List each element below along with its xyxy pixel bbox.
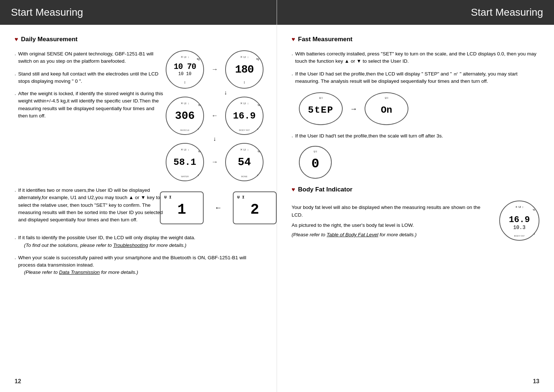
daily-measurement-title: ♥ Daily Measurement [15,36,262,43]
right-content: ♥ Fast Measurement · With batteries corr… [277,25,554,371]
ui-label-1: ✕ UI ↕ [181,55,189,59]
bullet-user-id: · If it identifies two or more users,the… [15,187,167,224]
arrow-indicator-3: ↕ [197,127,199,131]
bullet-dot-2: · [15,71,16,85]
left-footer: 12 [0,371,277,392]
heart-icon-fast: ♥ [292,36,295,43]
bullet-bluetooth: · When your scale is successfully paired… [15,254,262,276]
user-id-section: · If it identifies two or more users,the… [15,187,262,229]
body-fat-text-1: Your body fat level will also be display… [292,204,492,219]
display-number-3: 306 [175,110,195,122]
body-fat-title: ♥ Body Fat Indicator [292,186,539,193]
display-number-4: 16.9 [233,110,255,121]
fast-bullet-text-3: If the User ID had't set the profile,the… [295,132,539,140]
zero-display: U I 0 [299,146,332,179]
ui-label-4: ✕ UI ↕ [240,102,249,105]
display-number-1: 10 70 [174,62,196,71]
bullet-dot-fail: · [15,235,16,249]
arrow-indicator-1: ↕ [184,80,186,84]
fast-bullet-3: · If the User ID had't set the profile,t… [292,132,539,140]
scale-display-3: ✕ UI ↕ % 306 MUSCLE ↕ [166,97,204,135]
bullet-text-1: With original SENSE ON patent technology… [18,50,163,65]
heart-icon-bf: ♥ [292,186,295,193]
arrow-down-1: ↓ [220,89,227,96]
arrow-right-step: → [350,105,357,113]
right-page-number: 13 [533,378,539,384]
fast-bullet-text-1: With batteries correctly installed, pres… [295,50,539,65]
diagram-pair-2: ✕ UI ↕ % 306 MUSCLE ↕ ← [166,97,263,135]
fast-measurement-label: Fast Measurement [298,36,353,43]
kg-unit-2: kg [257,58,259,60]
bullet-dot-bt: · [15,255,16,276]
arrow-down-2: ↓ [213,136,216,142]
daily-measurement-label: Daily Measurement [21,36,78,43]
bullet-fail: · If it fails to identify the possible U… [15,234,262,249]
bullet-dot-uid: · [15,187,16,224]
on-ui-label: U I [385,97,388,99]
italic-note-troubleshoot: (To find out the solutions, please refer… [24,242,195,249]
scale-inner-5: 58.1 [173,157,196,168]
bullet-dot-3: · [15,91,16,120]
bullet-text-fail: If it fails to identify the possible Use… [18,235,195,240]
body-fat-display: ✕ UI ↕ % 16.9 10.3 BODY FAT ↕ [499,201,539,241]
scale-inner-2: 180 [235,63,254,76]
diagram-pair-3: ✕ UI ↕ % 58.1 WATER ↕ → [166,143,263,181]
user-display-u1: U I 1 [160,191,204,224]
left-header: Start Measuring [0,0,277,25]
body-fat-text-area: Your body fat level will also be display… [292,204,492,237]
right-title: Start Measuring [471,7,543,18]
bullet-2: · Stand still and keep full contact with… [15,70,163,85]
display-number-6: 54 [238,156,251,168]
u1-number: 1 [177,202,186,218]
body-fat-italic: (Please refer to Table of Body Fat Level… [292,232,492,237]
display-sub-1: 10 10 [178,71,191,77]
u1-ui-label: U I [164,195,172,199]
scale-display-4: ✕ UI ↕ % 16.9 BODY FAT ↕ [225,97,263,135]
arrow-left-1: ← [211,112,218,120]
arrow-indicator-2: ↕ [243,80,245,84]
scale-display-2: ✕ UI ↕ kg 180 ↕ [225,50,263,89]
data-transmission-link[interactable]: Data Transmission [59,269,100,275]
scale-inner-6: 54 [238,156,251,168]
display-number-5: 58.1 [173,157,196,168]
display-number-2: 180 [235,63,254,76]
diagram-area-top: ✕ UI ↕ kg 10 70 10 10 ↕ → [167,50,262,181]
left-page-number: 12 [15,378,21,384]
bullet-3: · After the weight is locked, if identif… [15,90,163,120]
left-title: Start Measuring [11,7,83,18]
bullet-bluetooth-content: When your scale is successfully paired w… [18,254,262,276]
arrow-indicator-5: ↕ [197,174,199,177]
arrow-right-1: → [211,66,218,73]
bullet-text-bt: When your scale is successfully paired w… [18,255,246,268]
step-display: U I 5tEP [299,92,343,125]
step-ui-label: U I [319,97,323,99]
bf-ui-label: ✕ UI ↕ [515,206,524,209]
on-text: On [381,105,392,116]
zero-text: 0 [311,156,319,171]
bullet-text-uid: If it identifies two or more users,the U… [18,187,167,224]
ui-label-6: ✕ UI ↕ [240,148,249,151]
scale-inner-4: 16.9 [233,110,255,121]
bullet-text-2: Stand still and keep full contact with t… [18,70,163,85]
kg-unit-1: kg [197,58,200,60]
right-footer: 13 [277,371,554,392]
user-display-area: U I 1 ← U I 2 [174,187,262,229]
scale-inner-1: 10 70 10 10 [174,62,196,77]
body-fat-section: Your body fat level will also be display… [292,201,539,241]
body-fat-link[interactable]: Table of Body Fat Level [327,232,378,237]
italic-note-datatransmission: (Please refer to Data Transmission for m… [24,269,262,276]
fast-bullet-2: · If the User ID had set the profile,the… [292,70,539,85]
heart-icon-left: ♥ [15,36,18,43]
scale-display-5: ✕ UI ↕ % 58.1 WATER ↕ [166,143,204,181]
fast-bullet-text-2: If the User ID had set the profile,then … [295,70,539,85]
right-page: Start Measuring ♥ Fast Measurement · Wit… [277,0,554,392]
scale-display-6: ✕ UI ↕ % 54 BONE ↕ [225,143,263,181]
arrow-right-2: → [211,158,218,166]
u2-ui-label: U I [237,195,245,199]
diagram-pair-1: ✕ UI ↕ kg 10 70 10 10 ↕ → [166,50,263,89]
user-display-u2: U I 2 [233,191,277,224]
troubleshooting-link[interactable]: Troubleshooting [113,242,148,248]
extra-bullets: · If it fails to identify the possible U… [15,234,262,276]
left-content-flex: · With original SENSE ON patent technolo… [15,50,262,181]
bullet-fail-content: If it fails to identify the possible Use… [18,234,195,249]
